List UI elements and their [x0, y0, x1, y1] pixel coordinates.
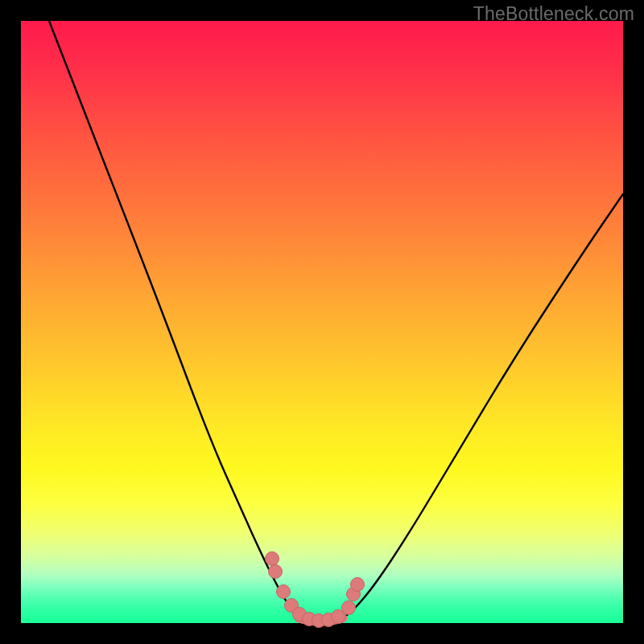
curve-layer: [21, 21, 623, 623]
scatter-dot: [277, 585, 291, 599]
scatter-dot: [266, 552, 279, 566]
chart-frame: TheBottleneck.com: [0, 0, 644, 644]
scatter-dot: [269, 565, 283, 579]
scatter-dot: [342, 601, 356, 615]
scatter-dots: [266, 552, 365, 628]
scatter-dot: [351, 578, 365, 592]
curve-left-branch: [49, 21, 299, 618]
watermark-text: TheBottleneck.com: [473, 3, 634, 25]
curve-right-branch: [343, 194, 623, 618]
